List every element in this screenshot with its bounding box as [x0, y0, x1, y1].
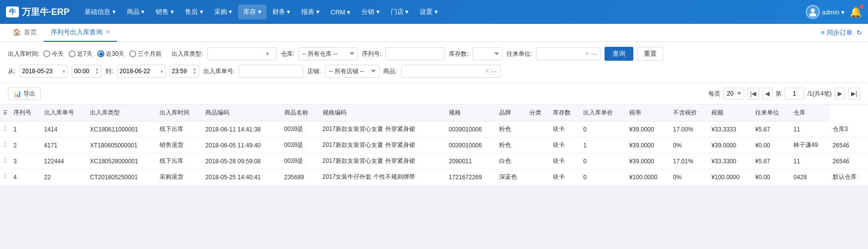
partner-input[interactable] — [538, 48, 583, 60]
logo-icon: 牛 — [6, 6, 19, 17]
page-next-btn[interactable]: ▶ — [835, 88, 845, 100]
export-button[interactable]: 📊 导出 — [8, 87, 41, 100]
serial-input[interactable] — [385, 47, 445, 60]
to-time-down[interactable]: ▼ — [193, 71, 197, 75]
nav-goods[interactable]: 商品 ▾ — [122, 4, 150, 19]
partner-input-wrapper: ✕ ··· — [536, 47, 601, 60]
partner-dots-btn[interactable]: ··· — [591, 50, 597, 58]
goods-input[interactable] — [404, 65, 483, 77]
radio-30days[interactable]: 近30天 — [97, 50, 124, 58]
notification-badge — [860, 4, 864, 8]
cell-tax-rate: 0% — [670, 137, 708, 153]
type-dropdown-icon[interactable]: ▾ — [266, 50, 269, 57]
from-time-down[interactable]: ▼ — [95, 71, 99, 75]
cell-partner: 11 — [790, 122, 830, 137]
to-label: 到: — [105, 67, 113, 76]
cell-warehouse: 26546 — [830, 153, 868, 169]
cell-type: 线下出库 — [157, 122, 202, 137]
cell-unit-price: ¥39.0000 — [626, 153, 670, 169]
bell-wrapper[interactable]: 🔔 — [850, 6, 862, 18]
nav-purchase[interactable]: 采购 ▾ — [209, 4, 238, 19]
nav-finance[interactable]: 财务 ▾ — [267, 4, 296, 19]
drag-handle[interactable]: ⠿ — [0, 122, 10, 137]
sync-label: 同步订单 — [827, 28, 853, 37]
page-size-select[interactable]: 20 — [723, 88, 744, 100]
goods-clear-icon[interactable]: ✕ — [485, 68, 490, 75]
cell-unit-price: ¥39.0000 — [626, 137, 670, 153]
from-date-wrapper: ▾ — [19, 65, 68, 78]
cell-index: 1 — [10, 122, 41, 137]
nav-store[interactable]: 门店 ▾ — [386, 4, 414, 19]
query-button[interactable]: 查询 — [605, 47, 633, 61]
radio-3months-circle — [129, 50, 136, 57]
page-total-label: /1(共4笔) — [807, 90, 832, 98]
stock-select[interactable] — [473, 47, 503, 60]
radio-3months[interactable]: 三个月前 — [129, 50, 162, 58]
nav-crm[interactable]: CRM ▾ — [326, 5, 355, 19]
col-index: 序列号 — [10, 105, 41, 122]
serial-label: 序列号: — [362, 50, 381, 58]
radio-today[interactable]: 今天 — [43, 50, 64, 58]
nav-after-sale[interactable]: 售后 ▾ — [180, 4, 208, 19]
refresh-icon: ↻ — [857, 29, 862, 36]
user-info[interactable]: admin ▾ — [806, 5, 845, 19]
radio-3months-label: 三个月前 — [138, 50, 162, 58]
from-date-input[interactable] — [22, 68, 62, 75]
drag-handle[interactable]: ⠿ — [0, 169, 10, 185]
nav-items: 基础信息 ▾ 商品 ▾ 销售 ▾ 售后 ▾ 采购 ▾ 库存 ▾ 财务 ▾ 报表 … — [80, 4, 806, 19]
cell-stock: 0 — [580, 169, 626, 185]
type-input[interactable] — [210, 48, 264, 60]
svg-point-1 — [809, 13, 816, 16]
cell-tax-rate: 0% — [670, 169, 708, 185]
drag-handle[interactable]: ⠿ — [0, 153, 10, 169]
to-date-input[interactable] — [120, 68, 160, 75]
tab-close-icon[interactable]: ✕ — [105, 29, 110, 35]
to-time-input[interactable] — [172, 68, 192, 75]
pagination-info: 每页 20 |◀ ◀ 第 /1(共4笔) ▶ ▶| — [708, 88, 860, 100]
page-last-btn[interactable]: ▶| — [848, 88, 860, 100]
cell-index: 2 — [10, 137, 41, 153]
cell-price-no-tax: ¥100.0000 — [708, 169, 752, 185]
order-no-input[interactable] — [239, 65, 303, 78]
page-prev-btn[interactable]: ◀ — [762, 88, 773, 100]
warehouse-select[interactable]: -- 所有仓库 -- — [298, 47, 358, 60]
page-first-btn[interactable]: |◀ — [747, 88, 759, 100]
cell-tax-amount: ¥5.67 — [752, 153, 790, 169]
tab-home[interactable]: 🏠 首页 — [6, 24, 44, 42]
goods-dots-btn[interactable]: ··· — [491, 67, 497, 75]
drag-handle[interactable]: ⠿ — [0, 137, 10, 153]
cell-partner: 11 — [790, 153, 830, 169]
from-date-dropdown[interactable]: ▾ — [63, 69, 65, 74]
type-input-wrapper: ▾ — [207, 47, 277, 60]
cell-spec-code: 0039010006 — [446, 137, 496, 153]
shop-select[interactable]: -- 所有店铺 -- — [325, 65, 379, 78]
cell-goods-name: 2017新款女装背心女夏 外穿紧身裙 — [320, 122, 446, 137]
cell-spec-code: 0039010006 — [446, 122, 496, 137]
from-time-input[interactable] — [74, 68, 94, 75]
nav-report[interactable]: 报表 ▾ — [296, 4, 325, 19]
user-label: admin ▾ — [822, 8, 845, 16]
cell-goods-code: 0039是 — [281, 153, 320, 169]
nav-settings[interactable]: 设置 ▾ — [415, 4, 443, 19]
col-category: 分类 — [526, 105, 549, 122]
radio-7days[interactable]: 近7天 — [69, 50, 92, 58]
nav-distribution[interactable]: 分销 ▾ — [356, 4, 385, 19]
nav-inventory[interactable]: 库存 ▾ — [238, 4, 266, 19]
col-tax-rate: 税率 — [626, 105, 670, 122]
cell-spec: 粉色 — [496, 122, 527, 137]
sync-order-btn[interactable]: ≡ 同步订单 ↻ — [821, 28, 862, 37]
page-input[interactable] — [784, 88, 804, 100]
radio-today-circle — [43, 50, 50, 57]
to-time-wrapper: ▲ ▼ — [170, 65, 199, 78]
nav-basic-info[interactable]: 基础信息 ▾ — [80, 4, 121, 19]
table-row: ⠿24171XT180605000001销售退货2018-06-05 11:49… — [0, 137, 868, 153]
stock-select-wrapper — [473, 47, 503, 60]
reset-button[interactable]: 重置 — [637, 47, 663, 61]
col-price-no-tax: 不含税价 — [670, 105, 708, 122]
cell-price-no-tax: ¥33.3300 — [708, 153, 752, 169]
nav-sales[interactable]: 销售 ▾ — [151, 4, 179, 19]
col-order-no: 出入库单号 — [41, 105, 87, 122]
tab-serial-query[interactable]: 序列号出入库查询 ✕ — [44, 24, 117, 42]
to-date-dropdown[interactable]: ▾ — [161, 69, 163, 74]
partner-clear-icon[interactable]: ✕ — [585, 50, 590, 57]
